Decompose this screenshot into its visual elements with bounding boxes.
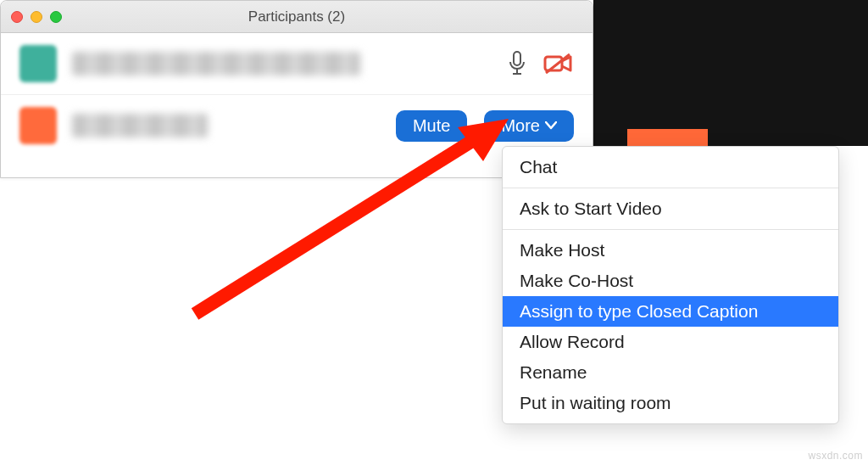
watermark: wsxdn.com: [808, 450, 863, 462]
more-button[interactable]: More: [484, 110, 574, 142]
menu-item[interactable]: Allow Record: [503, 327, 838, 357]
mic-icon[interactable]: [508, 51, 526, 76]
mute-button[interactable]: Mute: [396, 110, 467, 142]
avatar-image: [19, 45, 57, 82]
menu-item[interactable]: Assign to type Closed Caption: [503, 296, 838, 327]
window-controls: [11, 11, 62, 23]
menu-separator: [503, 188, 838, 188]
menu-item[interactable]: Put in waiting room: [503, 388, 838, 418]
close-window-icon[interactable]: [11, 11, 23, 23]
mute-button-label: Mute: [413, 116, 450, 136]
menu-item[interactable]: Ask to Start Video: [503, 193, 838, 224]
menu-item[interactable]: Make Host: [503, 235, 838, 266]
svg-rect-0: [514, 52, 520, 65]
avatar: [19, 107, 57, 144]
menu-item[interactable]: Make Co-Host: [503, 266, 838, 296]
avatar: [19, 45, 57, 82]
participant-row[interactable]: [1, 33, 593, 94]
minimize-window-icon[interactable]: [31, 11, 42, 23]
window-titlebar[interactable]: Participants (2): [1, 1, 593, 33]
zoom-window-icon[interactable]: [50, 11, 62, 23]
avatar-image: [19, 107, 57, 144]
menu-item[interactable]: Chat: [503, 152, 838, 182]
menu-item[interactable]: Rename: [503, 357, 838, 388]
background-dark: [593, 0, 868, 146]
participant-name: [72, 52, 360, 76]
more-button-label: More: [501, 116, 540, 136]
camera-off-icon[interactable]: [543, 52, 574, 76]
background-accent-bar: [627, 129, 708, 146]
chevron-down-icon: [545, 119, 557, 132]
more-context-menu: ChatAsk to Start VideoMake HostMake Co-H…: [502, 146, 839, 424]
menu-separator: [503, 229, 838, 230]
window-title: Participants (2): [248, 8, 345, 25]
participant-name: [72, 114, 208, 137]
